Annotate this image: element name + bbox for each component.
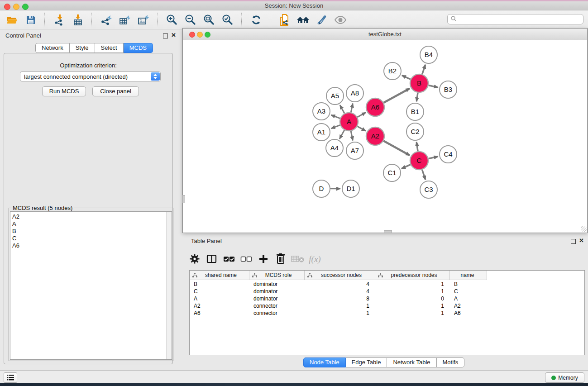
graph-edge-A-A1[interactable]	[331, 125, 340, 128]
network-window-titlebar[interactable]: testGlobe.txt	[183, 29, 587, 40]
float-panel-icon[interactable]	[163, 33, 168, 38]
zoom-fit-button[interactable]	[200, 12, 218, 28]
result-item[interactable]: A2	[10, 213, 172, 220]
import-network-button[interactable]	[50, 12, 68, 28]
graph-edge-C-C1[interactable]	[402, 165, 411, 169]
memory-button[interactable]: Memory	[545, 372, 584, 383]
save-session-button[interactable]	[21, 12, 40, 28]
show-hidden-button[interactable]	[331, 12, 349, 28]
network-canvas[interactable]: B4B2BB3A8A5A6A3B1AA1C2A2A4A7C4CC1C3DD1	[183, 40, 587, 233]
graph-node-A5[interactable]: A5	[326, 87, 344, 105]
graph-edge-A-A2[interactable]	[357, 126, 366, 131]
open-session-button[interactable]	[3, 12, 21, 28]
table-row-A2[interactable]: A2connector11A2	[190, 303, 584, 310]
graph-node-A1[interactable]: A1	[313, 124, 330, 141]
window-titlebar[interactable]: Session: New Session	[0, 1, 588, 10]
graph-node-A[interactable]: A	[340, 113, 358, 131]
graph-node-B3[interactable]: B3	[440, 81, 457, 98]
column-browser-button[interactable]	[204, 252, 219, 267]
table-tab-motifs[interactable]: Motifs	[437, 357, 465, 367]
result-item[interactable]: A	[10, 220, 172, 228]
export-table-button[interactable]	[115, 12, 134, 28]
graph-edge-B-B1[interactable]	[416, 93, 418, 101]
table-close-panel-icon[interactable]: ✕	[579, 237, 584, 244]
table-row-A6[interactable]: A6connector11A6	[190, 310, 584, 317]
tab-network[interactable]: Network	[35, 43, 70, 53]
graph-node-B1[interactable]: B1	[406, 103, 424, 120]
close-panel-icon[interactable]: ✕	[171, 32, 176, 38]
table-row-B[interactable]: Bdominator41B	[190, 281, 584, 288]
first-neighbors-button[interactable]	[294, 12, 312, 28]
tab-style[interactable]: Style	[70, 43, 95, 53]
graph-edge-B-B4[interactable]	[422, 65, 425, 74]
graph-edge-B-B2[interactable]	[402, 76, 411, 80]
table-row-A[interactable]: Adominator80A	[190, 295, 584, 303]
result-scrollbar[interactable]	[166, 212, 172, 359]
task-history-button[interactable]	[4, 372, 17, 383]
graph-edge-A-A5[interactable]	[340, 105, 344, 113]
gear-button[interactable]	[187, 252, 202, 267]
zoom-in-button[interactable]	[163, 12, 181, 28]
hide-selected-button[interactable]	[312, 12, 331, 28]
add-column-button[interactable]	[256, 252, 271, 267]
table-row-C[interactable]: Cdominator41C	[190, 288, 584, 295]
delete-table-button[interactable]	[290, 252, 305, 267]
graph-edge-A-A6[interactable]	[357, 113, 366, 117]
table-tab-edge-table[interactable]: Edge Table	[346, 357, 387, 367]
result-item[interactable]: A6	[10, 242, 172, 249]
export-network-button[interactable]	[97, 12, 115, 28]
table-tab-network-table[interactable]: Network Table	[387, 357, 436, 367]
graph-edge-A-A8[interactable]	[351, 104, 353, 113]
zoom-out-button[interactable]	[181, 12, 200, 28]
search-input[interactable]	[457, 15, 583, 24]
column-header-shared-name[interactable]: shared name	[190, 271, 249, 280]
graph-edge-A2-C[interactable]	[383, 141, 410, 155]
graph-edge-A-A7[interactable]	[351, 131, 353, 141]
search-box[interactable]	[447, 14, 583, 24]
run-mcds-button[interactable]: Run MCDS	[42, 86, 86, 96]
graph-node-C4[interactable]: C4	[440, 146, 457, 163]
mcds-result-list[interactable]: A2ABCA6	[10, 211, 172, 360]
graph-node-A2[interactable]: A2	[366, 127, 384, 145]
import-table-button[interactable]	[68, 12, 87, 28]
graph-node-C[interactable]: C	[410, 152, 428, 170]
left-splitter-handle[interactable]	[182, 195, 185, 203]
bottom-splitter-handle[interactable]	[384, 230, 392, 233]
close-panel-button[interactable]: Close panel	[92, 86, 139, 96]
graph-node-C1[interactable]: C1	[383, 164, 401, 181]
graph-node-A6[interactable]: A6	[366, 98, 384, 116]
graph-edge-A-A4[interactable]	[339, 130, 344, 138]
graph-node-B2[interactable]: B2	[384, 62, 401, 80]
tab-mcds[interactable]: MCDS	[124, 43, 153, 53]
graph-node-A3[interactable]: A3	[313, 103, 330, 120]
graph-edge-A6-B[interactable]	[383, 89, 410, 103]
table-tab-node-table[interactable]: Node Table	[303, 357, 346, 367]
zoom-selected-button[interactable]	[218, 12, 237, 28]
export-image-button[interactable]	[134, 12, 153, 28]
graph-node-A7[interactable]: A7	[346, 142, 363, 159]
result-item[interactable]: C	[10, 235, 172, 242]
graph-node-D1[interactable]: D1	[342, 180, 359, 197]
graph-node-B[interactable]: B	[410, 74, 428, 92]
refresh-button[interactable]	[247, 12, 265, 28]
column-header-MCDS-role[interactable]: MCDS role	[249, 271, 305, 280]
graph-edge-B-B3[interactable]	[429, 85, 438, 87]
tab-select[interactable]: Select	[95, 43, 124, 53]
graph-node-A4[interactable]: A4	[326, 139, 343, 157]
column-header-successor-nodes[interactable]: successor nodes	[305, 271, 375, 280]
graph-node-C3[interactable]: C3	[420, 181, 437, 198]
graph-node-A8[interactable]: A8	[346, 85, 363, 102]
select-all-button[interactable]	[221, 252, 236, 267]
column-header-name[interactable]: name	[450, 271, 487, 280]
table-float-panel-icon[interactable]	[571, 239, 576, 244]
graph-edge-C-C3[interactable]	[422, 170, 425, 180]
graph-edge-C-C2[interactable]	[416, 142, 418, 151]
criterion-dropdown[interactable]: largest connected component (directed)	[20, 71, 161, 81]
column-header-predecessor-nodes[interactable]: predecessor nodes	[375, 271, 450, 280]
delete-column-button[interactable]	[273, 252, 288, 267]
graph-node-B4[interactable]: B4	[420, 46, 437, 63]
network-from-selection-button[interactable]	[275, 12, 294, 28]
resize-grip-icon[interactable]	[581, 226, 587, 232]
graph-node-D[interactable]: D	[313, 180, 330, 197]
result-item[interactable]: B	[10, 228, 172, 235]
